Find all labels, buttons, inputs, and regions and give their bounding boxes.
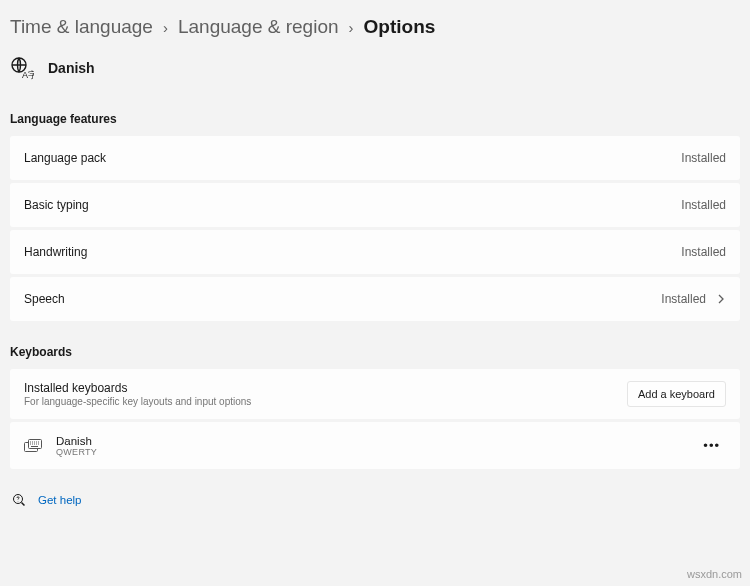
add-keyboard-button[interactable]: Add a keyboard (627, 381, 726, 407)
feature-language-pack[interactable]: Language pack Installed (10, 136, 740, 180)
section-title-features: Language features (10, 112, 740, 126)
breadcrumb-options: Options (364, 16, 436, 38)
breadcrumb: Time & language › Language & region › Op… (10, 16, 740, 38)
feature-status: Installed (681, 151, 726, 165)
keyboard-item[interactable]: Danish QWERTY ••• (10, 422, 740, 469)
feature-label: Handwriting (24, 245, 87, 259)
breadcrumb-time-language[interactable]: Time & language (10, 16, 153, 38)
feature-list: Language pack Installed Basic typing Ins… (10, 136, 740, 321)
feature-label: Language pack (24, 151, 106, 165)
feature-label: Speech (24, 292, 65, 306)
feature-status: Installed (661, 292, 706, 306)
feature-status: Installed (681, 198, 726, 212)
keyboard-name: Danish (56, 435, 97, 447)
chevron-right-icon: › (163, 19, 168, 36)
section-title-keyboards: Keyboards (10, 345, 740, 359)
get-help-link[interactable]: Get help (38, 494, 81, 506)
installed-keyboards-header: Installed keyboards For language-specifi… (10, 369, 740, 419)
more-options-button[interactable]: ••• (697, 434, 726, 457)
help-icon (12, 493, 26, 507)
feature-speech[interactable]: Speech Installed (10, 277, 740, 321)
feature-basic-typing[interactable]: Basic typing Installed (10, 183, 740, 227)
globe-language-icon: A字 (10, 56, 34, 80)
watermark: wsxdn.com (687, 568, 742, 580)
feature-handwriting[interactable]: Handwriting Installed (10, 230, 740, 274)
chevron-right-icon (716, 294, 726, 304)
language-header: A字 Danish (10, 56, 740, 80)
help-row: Get help (10, 493, 740, 507)
keyboard-icon (24, 439, 42, 453)
keyboard-layout: QWERTY (56, 447, 97, 457)
feature-status: Installed (681, 245, 726, 259)
installed-keyboards-subtitle: For language-specific key layouts and in… (24, 396, 251, 407)
feature-label: Basic typing (24, 198, 89, 212)
installed-keyboards-title: Installed keyboards (24, 381, 251, 395)
chevron-right-icon: › (349, 19, 354, 36)
breadcrumb-language-region[interactable]: Language & region (178, 16, 339, 38)
svg-text:A字: A字 (22, 70, 34, 80)
language-title: Danish (48, 60, 95, 76)
